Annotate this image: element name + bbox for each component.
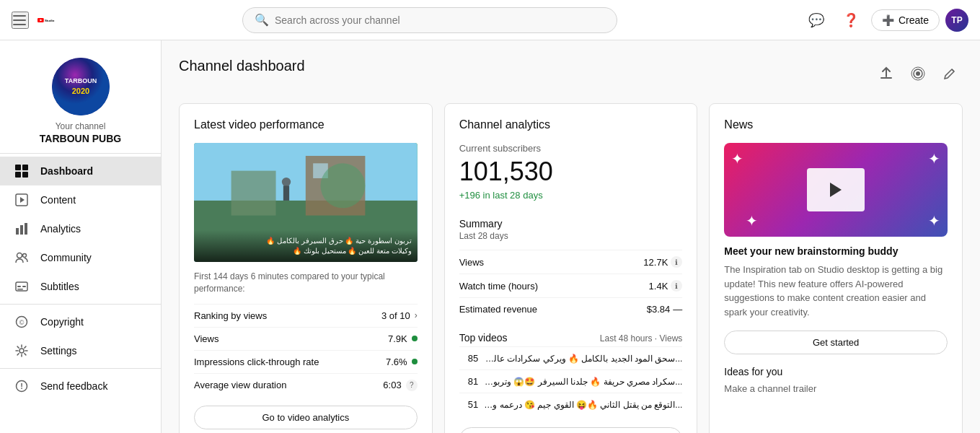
ctr-value: 7.6%	[386, 357, 418, 367]
svg-text:©: ©	[19, 319, 25, 326]
top-video-views-2: 81	[468, 376, 478, 387]
sidebar-item-copyright[interactable]: © Copyright	[0, 307, 161, 336]
analytics-icon	[14, 222, 29, 236]
go-to-channel-analytics-button[interactable]: Go to channel analytics	[459, 427, 683, 433]
go-to-video-analytics-button[interactable]: Go to video analytics	[194, 406, 418, 429]
yt-icon-svg: Studio	[37, 13, 58, 27]
ctr-label: Impressions click-through rate	[194, 357, 319, 367]
ranking-value: 3 of 10 ›	[381, 310, 418, 321]
news-screen-icon	[807, 168, 865, 211]
svg-rect-33	[231, 171, 276, 216]
news-card: News ✦ ✦ ✦ ✦ Meet your new brainstorming…	[709, 103, 963, 433]
main-content: Channel dashboard Latest video performan…	[162, 40, 980, 433]
sidebar-item-settings[interactable]: Settings	[0, 336, 161, 365]
sidebar-item-content[interactable]: Content	[0, 185, 161, 214]
revenue-value: $3.84 —	[647, 304, 683, 315]
avatar-graphic: TARBOUN 2020	[52, 58, 110, 115]
sidebar-item-content-label: Content	[40, 194, 76, 206]
svg-rect-19	[22, 286, 26, 287]
views-metric-number: 12.7K	[643, 257, 668, 268]
views-indicator	[412, 336, 418, 341]
svg-rect-12	[16, 228, 19, 235]
sidebar-item-dashboard[interactable]: Dashboard	[0, 157, 161, 185]
svg-text:!: !	[20, 382, 23, 390]
channel-label: Your channel	[56, 121, 106, 131]
sidebar-divider-2	[0, 368, 161, 369]
thumbnail-img: تربون اسطورة حية 🔥 حرق السيرفر بالكامل 🔥…	[194, 143, 418, 262]
sidebar-item-feedback[interactable]: ! Send feedback	[0, 372, 161, 401]
sidebar-item-subtitles[interactable]: Subtitles	[0, 272, 161, 301]
views-info-icon[interactable]: ℹ	[671, 256, 682, 268]
avatar[interactable]: TP	[945, 9, 968, 32]
watch-time-value: 1.4K ℹ	[649, 280, 683, 292]
top-video-title-3: ...التوقع من يقتل الثاني 🔥😝 القوي جيم 😘 …	[480, 400, 682, 410]
latest-video-title: Latest video performance	[194, 118, 418, 131]
channel-name: TARBOUN PUBG	[40, 133, 121, 144]
video-thumbnail: تربون اسطورة حية 🔥 حرق السيرفر بالكامل 🔥…	[194, 143, 418, 262]
page-title: Channel dashboard	[179, 58, 305, 74]
top-videos-header: Top videos Last 48 hours · Views	[459, 332, 683, 344]
news-article-title: Meet your new brainstorming buddy	[724, 245, 948, 257]
upload-icon	[879, 66, 893, 81]
top-video-row-3: 51 ...التوقع من يقتل الثاني 🔥😝 القوي جيم…	[459, 393, 683, 416]
views-label: Views	[194, 333, 218, 344]
edit-icon-btn[interactable]	[937, 61, 963, 87]
hamburger-menu[interactable]	[12, 12, 29, 29]
news-image: ✦ ✦ ✦ ✦	[724, 143, 948, 237]
sidebar-item-community[interactable]: Community	[0, 243, 161, 272]
svg-point-16	[23, 254, 27, 258]
views-metric-row: Views 12.7K ℹ	[459, 250, 683, 274]
play-triangle-icon	[830, 183, 842, 197]
ideas-section: Ideas for you Make a channel trailer	[724, 366, 948, 394]
news-image-content: ✦ ✦ ✦ ✦	[724, 143, 948, 237]
ctr-indicator	[412, 359, 418, 364]
views-row: Views 7.9K	[194, 327, 418, 350]
ranking-label: Ranking by views	[194, 310, 267, 321]
youtube-studio-logo: Studio	[37, 13, 58, 27]
feedback-icon-btn[interactable]: 💬	[802, 6, 831, 35]
subtitles-icon	[14, 279, 29, 294]
search-bar[interactable]: 🔍	[242, 7, 617, 33]
svg-point-23	[19, 349, 24, 353]
copyright-icon: ©	[14, 315, 29, 329]
upload-icon-btn[interactable]	[873, 61, 899, 87]
edit-icon	[943, 66, 957, 81]
ctr-number: 7.6%	[386, 357, 407, 367]
header-actions	[873, 61, 963, 87]
svg-point-26	[916, 71, 920, 76]
avg-duration-info-icon[interactable]: ?	[406, 380, 418, 391]
news-article-desc: The Inspiration tab on Studio desktop is…	[724, 263, 948, 319]
help-icon-btn[interactable]: ❓	[836, 6, 865, 35]
ideas-title: Ideas for you	[724, 366, 948, 377]
top-video-title-2: ...سكراد مصري حريفة 🔥 جلدنا السيرفر 🤩😱 و…	[480, 377, 682, 387]
search-icon: 🔍	[255, 13, 269, 27]
top-video-row-2: 81 ...سكراد مصري حريفة 🔥 جلدنا السيرفر 🤩…	[459, 369, 683, 393]
search-input[interactable]	[275, 14, 605, 26]
watch-time-number: 1.4K	[649, 281, 668, 292]
create-button[interactable]: ➕ Create	[871, 9, 940, 31]
svg-point-36	[282, 178, 291, 186]
news-title-header: News	[724, 118, 948, 131]
summary-period: Last 28 days	[459, 231, 683, 241]
ranking-number: 3 of 10	[381, 310, 410, 321]
subscribers-change: +196 in last 28 days	[459, 190, 683, 201]
live-icon-btn[interactable]	[905, 61, 931, 87]
avg-duration-number: 6:03	[383, 380, 401, 390]
svg-rect-18	[17, 286, 21, 287]
sparkle-icon-1: ✦	[731, 150, 743, 167]
watch-time-info-icon[interactable]: ℹ	[671, 280, 682, 292]
sidebar-item-analytics-label: Analytics	[40, 223, 81, 235]
revenue-dash: —	[673, 304, 682, 315]
top-video-views-3: 51	[468, 399, 478, 410]
revenue-label: Estimated revenue	[459, 304, 537, 315]
channel-info: TARBOUN 2020 Your channel TARBOUN PUBG	[0, 46, 161, 154]
views-number: 7.9K	[388, 333, 407, 344]
sidebar-item-analytics[interactable]: Analytics	[0, 214, 161, 243]
top-videos-title: Top videos	[459, 332, 508, 344]
ideas-item: Make a channel trailer	[724, 383, 948, 394]
channel-analytics-title: Channel analytics	[459, 118, 683, 131]
get-started-button[interactable]: Get started	[724, 331, 948, 354]
sidebar-divider	[0, 304, 161, 305]
header-right: 💬 ❓ ➕ Create TP	[802, 6, 968, 35]
svg-rect-9	[22, 172, 28, 178]
